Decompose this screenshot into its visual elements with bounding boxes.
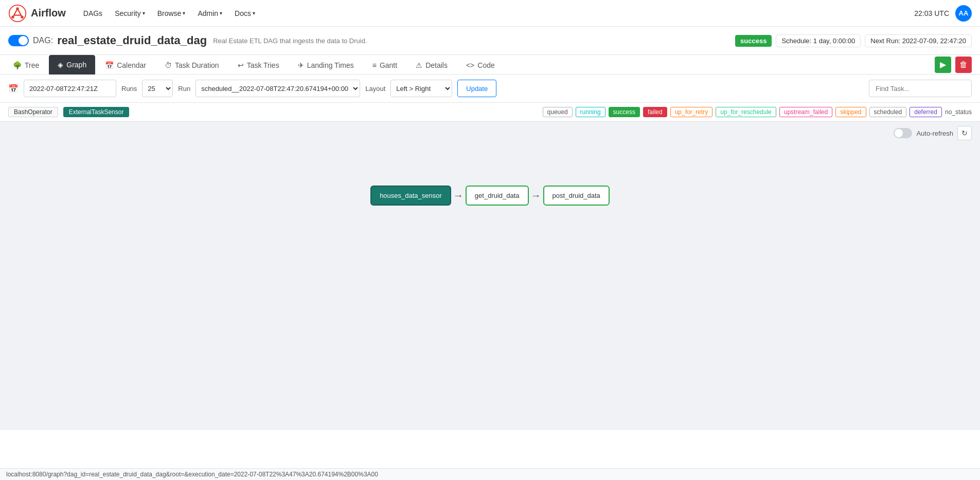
tree-icon: 🌳 [13,61,22,69]
duration-icon: ⏱ [165,61,172,69]
nav-item-docs[interactable]: Docs ▾ [229,6,260,21]
tab-code[interactable]: <> Code [457,56,504,75]
svg-point-3 [21,15,23,18]
status-retry: up_for_retry [670,107,713,117]
controls-bar: 📅 Runs 25 Run scheduled__2022-07-08T22:4… [0,75,980,103]
graph-canvas: houses_data_sensor → get_druid_data → po… [0,144,980,430]
layout-label: Layout [365,85,385,93]
date-input[interactable] [24,80,116,97]
dag-toggle[interactable] [8,35,29,46]
autorefresh-toggle[interactable] [894,128,912,138]
dag-description: Real Estate ETL DAG that ingests the dat… [213,37,367,45]
tab-details[interactable]: ⚠ Details [407,56,456,75]
nav-links: DAGs Security ▾ Browse ▾ Admin ▾ Docs ▾ [78,6,260,21]
gantt-icon: ≡ [372,61,377,69]
tab-task-tries[interactable]: ↩ Task Tries [229,56,288,75]
tabs-actions: ▶ 🗑 [935,57,976,73]
dag-label: DAG: [33,36,53,45]
dag-badges: success Schedule: 1 day, 0:00:00 Next Ru… [735,34,972,47]
svg-point-1 [16,7,19,10]
svg-point-2 [11,15,14,18]
landing-icon: ✈ [298,61,304,69]
airflow-logo [8,4,27,23]
status-badge: success [735,35,772,47]
tabs-bar: 🌳 Tree ◈ Graph 📅 Calendar ⏱ Task Duratio… [0,55,980,75]
user-avatar[interactable]: AA [955,5,972,22]
navbar-right: 22:03 UTC AA [914,5,972,22]
graph-area: Auto-refresh ↻ houses_data_sensor → get_… [0,122,980,430]
trigger-dag-button[interactable]: ▶ [935,57,951,73]
arrow-2: → [531,190,541,201]
time-display: 22:03 UTC [914,9,949,17]
brand-name: Airflow [31,7,66,19]
status-no-status: no_status [945,108,972,116]
next-run-info: Next Run: 2022-07-09, 22:47:20 [865,34,972,47]
tab-tree[interactable]: 🌳 Tree [4,56,48,75]
chevron-down-icon: ▾ [183,10,185,16]
navbar: Airflow DAGs Security ▾ Browse ▾ Admin ▾… [0,0,980,27]
calendar-icon: 📅 [8,84,19,94]
code-icon: <> [466,61,474,69]
status-queued: queued [543,107,573,117]
runs-select[interactable]: 25 [142,80,173,97]
tab-gantt[interactable]: ≡ Gantt [364,56,406,75]
chevron-down-icon: ▾ [253,10,255,16]
operator-tag-external: ExternalTaskSensor [63,107,130,117]
refresh-button[interactable]: ↻ [957,126,972,140]
status-running: running [576,107,605,117]
arrow-1: → [453,190,464,201]
status-failed: failed [643,107,667,117]
layout-select[interactable]: Left > Right Top > Bottom [390,80,452,97]
tab-landing-times[interactable]: ✈ Landing Times [289,56,363,75]
status-reschedule: up_for_reschedule [716,107,776,117]
legend-bar: BashOperator ExternalTaskSensor queued r… [0,103,980,122]
nav-item-dags[interactable]: DAGs [78,6,108,21]
tab-task-duration[interactable]: ⏱ Task Duration [156,56,228,75]
operator-tag-bash: BashOperator [8,107,58,117]
tries-icon: ↩ [238,61,244,69]
status-upstream: upstream_failed [779,107,832,117]
find-task-input[interactable] [869,80,972,97]
node-get-druid-data[interactable]: get_druid_data [466,186,529,206]
status-skipped: skipped [835,107,866,117]
brand[interactable]: Airflow [8,4,66,23]
status-tags: queued running success failed up_for_ret… [543,107,972,117]
nav-item-security[interactable]: Security ▾ [110,6,150,21]
autorefresh-label: Auto-refresh [916,130,953,137]
run-select[interactable]: scheduled__2022-07-08T22:47:20.674194+00… [195,80,360,97]
autorefresh-bar: Auto-refresh ↻ [0,122,980,144]
tab-calendar[interactable]: 📅 Calendar [96,56,155,75]
node-houses-data-sensor[interactable]: houses_data_sensor [370,186,451,206]
schedule-info: Schedule: 1 day, 0:00:00 [776,34,861,47]
chevron-down-icon: ▾ [220,10,222,16]
dag-header: DAG: real_estate_druid_data_dag Real Est… [0,27,980,55]
update-button[interactable]: Update [457,80,496,97]
node-post-druid-data[interactable]: post_druid_data [543,186,610,206]
nav-item-admin[interactable]: Admin ▾ [192,6,227,21]
dag-name: real_estate_druid_data_dag [57,34,207,47]
runs-label: Runs [121,85,137,93]
status-deferred: deferred [910,107,942,117]
status-success: success [609,107,640,117]
run-label: Run [178,85,190,93]
status-scheduled: scheduled [869,107,907,117]
details-icon: ⚠ [416,61,422,69]
delete-dag-button[interactable]: 🗑 [955,57,972,73]
nav-item-browse[interactable]: Browse ▾ [152,6,191,21]
chevron-down-icon: ▾ [142,10,145,16]
calendar-icon: 📅 [105,61,114,69]
graph-icon: ◈ [58,61,63,69]
tab-graph[interactable]: ◈ Graph [49,55,95,75]
dag-flow: houses_data_sensor → get_druid_data → po… [370,186,610,206]
